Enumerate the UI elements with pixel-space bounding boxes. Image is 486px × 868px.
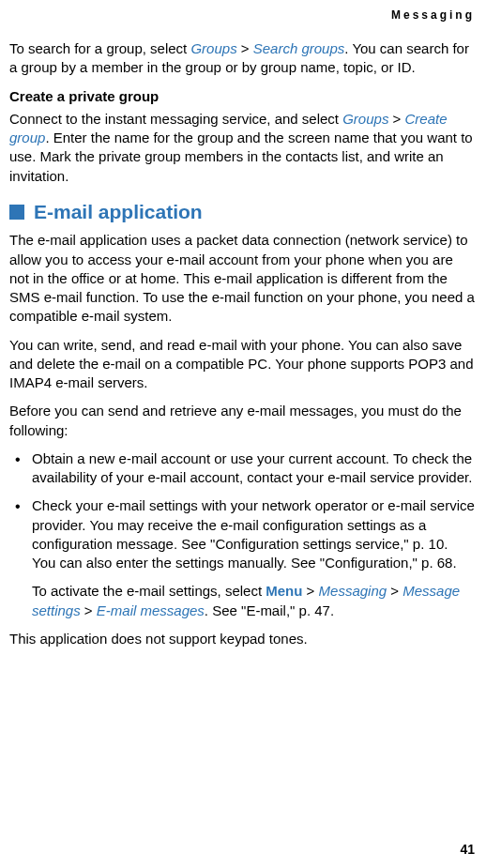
paragraph-email-capabilities: You can write, send, and read e-mail wit…: [9, 336, 475, 393]
text: . See "E-mail," p. 47.: [205, 602, 334, 618]
section-title: E-mail application: [34, 199, 203, 225]
paragraph-create-group: Connect to the instant messaging service…: [9, 110, 475, 186]
text: >: [388, 111, 404, 127]
text: . Enter the name for the group and the s…: [9, 129, 473, 184]
link-groups-2[interactable]: Groups: [342, 111, 388, 127]
link-groups[interactable]: Groups: [190, 40, 236, 56]
text: >: [81, 602, 97, 618]
text: >: [237, 40, 253, 56]
text: >: [387, 583, 402, 599]
paragraph-email-intro: The e-mail application uses a packet dat…: [9, 231, 475, 326]
text: To search for a group, select: [9, 40, 190, 56]
list-item: Check your e-mail settings with your net…: [9, 496, 475, 572]
paragraph-activate-settings: To activate the e-mail settings, select …: [9, 582, 475, 620]
section-heading-email: E-mail application: [9, 199, 475, 225]
paragraph-search-group: To search for a group, select Groups > S…: [9, 39, 475, 78]
link-menu[interactable]: Menu: [266, 583, 302, 599]
page-header: Messaging: [9, 8, 475, 23]
paragraph-keypad-tones: This application does not support keypad…: [9, 630, 475, 648]
link-messaging[interactable]: Messaging: [319, 583, 387, 599]
bullet-list: Obtain a new e-mail account or use your …: [9, 449, 475, 573]
text: To activate the e-mail settings, select: [32, 583, 266, 599]
square-bullet-icon: [9, 205, 24, 220]
link-search-groups[interactable]: Search groups: [253, 40, 345, 56]
page-number: 41: [460, 841, 475, 859]
paragraph-prerequisites: Before you can send and retrieve any e-m…: [9, 402, 475, 440]
link-email-messages[interactable]: E-mail messages: [97, 602, 205, 618]
list-item: Obtain a new e-mail account or use your …: [9, 449, 475, 488]
heading-create-private-group: Create a private group: [9, 87, 475, 106]
text: >: [302, 583, 318, 599]
text: Connect to the instant messaging service…: [9, 111, 342, 127]
